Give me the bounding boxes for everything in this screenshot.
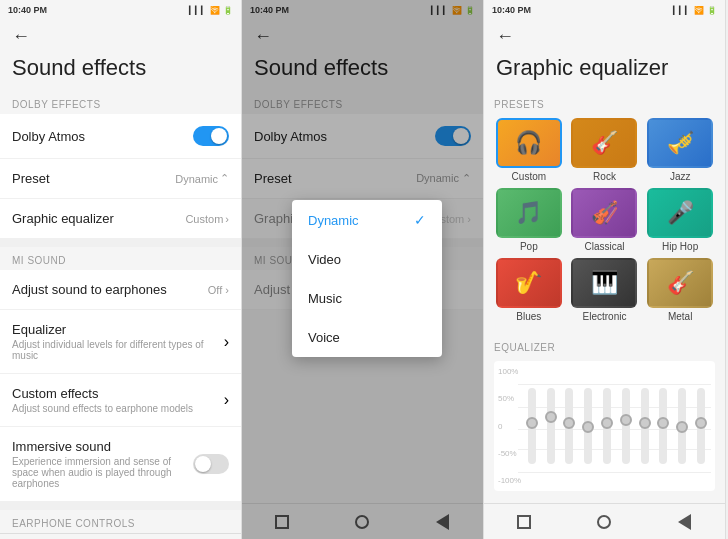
back-button-1[interactable]: ← [12, 26, 30, 46]
preset-item-electronic[interactable]: 🎹 Electronic [570, 258, 640, 322]
adjust-sound-row[interactable]: Adjust sound to earphones Off › [0, 270, 241, 310]
eq-bar-6[interactable] [618, 379, 634, 473]
graphic-eq-row[interactable]: Graphic equalizer Custom › [0, 199, 241, 239]
eq-track-9 [678, 388, 686, 464]
status-icons-3: ▎▎▎ 🛜 🔋 [673, 6, 717, 15]
eq-bar-3[interactable] [562, 379, 578, 473]
preset-emoji-pop: 🎵 [498, 190, 560, 236]
eq-y-50: 50% [498, 394, 521, 403]
preset-item-hiphop[interactable]: 🎤 Hip Hop [645, 188, 715, 252]
bottom-nav-1 [0, 533, 241, 539]
preset-thumb-electronic: 🎹 [571, 258, 637, 308]
panel3-scroll: PRESETS 🎧 Custom 🎸 Rock [484, 91, 725, 503]
immersive-toggle[interactable] [193, 454, 229, 474]
eq-thumb-5 [601, 417, 613, 429]
equalizer-chevron: › [224, 333, 229, 351]
preset-item-blues[interactable]: 🎷 Blues [494, 258, 564, 322]
dropdown-item-music[interactable]: Music [292, 279, 442, 318]
eq-bar-7[interactable] [637, 379, 653, 473]
preset-name-jazz: Jazz [670, 171, 691, 182]
preset-thumb-rock: 🎸 [571, 118, 637, 168]
dropdown-item-voice[interactable]: Voice [292, 318, 442, 357]
preset-emoji-metal: 🎸 [649, 260, 711, 306]
dropdown-label-dynamic: Dynamic [308, 213, 359, 228]
preset-emoji-custom: 🎧 [498, 120, 560, 166]
panel-graphic-eq: 10:40 PM ▎▎▎ 🛜 🔋 ← Graphic equalizer PRE… [484, 0, 726, 539]
preset-item-rock[interactable]: 🎸 Rock [570, 118, 640, 182]
wifi-icon-3: 🛜 [694, 6, 704, 15]
eq-thumb-9 [676, 421, 688, 433]
preset-name-classical: Classical [584, 241, 624, 252]
checkmark-icon: ✓ [414, 212, 426, 228]
preset-item-pop[interactable]: 🎵 Pop [494, 188, 564, 252]
dolby-atmos-row[interactable]: Dolby Atmos [0, 114, 241, 159]
preset-name-electronic: Electronic [583, 311, 627, 322]
dropdown-item-dynamic[interactable]: Dynamic ✓ [292, 200, 442, 240]
battery-icon: 🔋 [223, 6, 233, 15]
status-time-3: 10:40 PM [492, 5, 531, 15]
nav-back-3[interactable] [673, 513, 697, 531]
eq-bar-8[interactable] [656, 379, 672, 473]
dolby-atmos-toggle[interactable] [193, 126, 229, 146]
bottom-nav-3 [484, 503, 725, 539]
eq-track-7 [641, 388, 649, 464]
eq-bar-1[interactable] [524, 379, 540, 473]
signal-icon-3: ▎▎▎ [673, 6, 691, 15]
dropdown-item-video[interactable]: Video [292, 240, 442, 279]
preset-value: Dynamic ⌃ [175, 172, 229, 185]
dropdown-label-music: Music [308, 291, 342, 306]
eq-section-label: EQUALIZER [494, 342, 715, 353]
preset-name-rock: Rock [593, 171, 616, 182]
custom-effects-row-left: Custom effects Adjust sound effects to e… [12, 386, 193, 414]
custom-effects-label: Custom effects [12, 386, 193, 401]
preset-emoji-hiphop: 🎤 [649, 190, 711, 236]
adjust-sound-label: Adjust sound to earphones [12, 282, 167, 297]
page-title-1: Sound effects [0, 51, 241, 91]
preset-dropdown: Dynamic ✓ Video Music Voice [292, 200, 442, 357]
preset-thumb-classical: 🎻 [571, 188, 637, 238]
eq-track-3 [565, 388, 573, 464]
nav-square-3[interactable] [512, 513, 536, 531]
preset-name-blues: Blues [516, 311, 541, 322]
earphone-controls-label: EARPHONE CONTROLS [0, 510, 241, 533]
eq-track-4 [584, 388, 592, 464]
preset-item-metal[interactable]: 🎸 Metal [645, 258, 715, 322]
immersive-sound-row-left: Immersive sound Experience immersion and… [12, 439, 193, 489]
dropdown-label-voice: Voice [308, 330, 340, 345]
preset-thumb-custom: 🎧 [496, 118, 562, 168]
eq-bar-5[interactable] [599, 379, 615, 473]
custom-effects-chevron: › [224, 391, 229, 409]
equalizer-row[interactable]: Equalizer Adjust individual levels for d… [0, 310, 241, 374]
divider-1 [0, 239, 241, 247]
page-title-3: Graphic equalizer [484, 51, 725, 91]
preset-row[interactable]: Preset Dynamic ⌃ [0, 159, 241, 199]
nav-home-3[interactable] [592, 513, 616, 531]
eq-chart: 100% 50% 0 -50% -100% [494, 361, 715, 491]
divider-2 [0, 502, 241, 510]
preset-name-hiphop: Hip Hop [662, 241, 698, 252]
eq-track-10 [697, 388, 705, 464]
immersive-sound-label: Immersive sound [12, 439, 193, 454]
immersive-sound-row[interactable]: Immersive sound Experience immersion and… [0, 427, 241, 502]
preset-thumb-jazz: 🎺 [647, 118, 713, 168]
eq-thumb-1 [526, 417, 538, 429]
back-button-3[interactable]: ← [496, 26, 514, 46]
preset-item-custom[interactable]: 🎧 Custom [494, 118, 564, 182]
graphic-eq-label: Graphic equalizer [12, 211, 114, 226]
top-bar-3: ← [484, 20, 725, 51]
panel-sound-effects-2: 10:40 PM ▎▎▎ 🛜 🔋 ← Sound effects DOLBY E… [242, 0, 484, 539]
eq-bar-9[interactable] [674, 379, 690, 473]
triangle-icon-3 [678, 514, 691, 530]
custom-effects-row[interactable]: Custom effects Adjust sound effects to e… [0, 374, 241, 427]
eq-bar-4[interactable] [580, 379, 596, 473]
preset-item-jazz[interactable]: 🎺 Jazz [645, 118, 715, 182]
equalizer-section: EQUALIZER 100% 50% 0 -50% -100% [484, 334, 725, 499]
eq-bar-2[interactable] [543, 379, 559, 473]
preset-item-classical[interactable]: 🎻 Classical [570, 188, 640, 252]
eq-thumb-8 [657, 417, 669, 429]
eq-bar-10[interactable] [693, 379, 709, 473]
eq-grid-line-5 [518, 472, 711, 473]
battery-icon-3: 🔋 [707, 6, 717, 15]
preset-emoji-classical: 🎻 [573, 190, 635, 236]
wifi-icon: 🛜 [210, 6, 220, 15]
